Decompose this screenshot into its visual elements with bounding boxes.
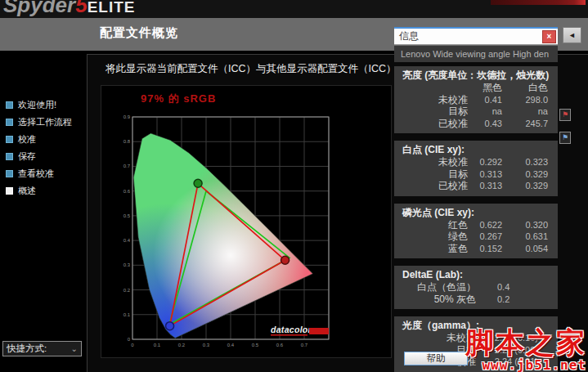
sidebar-item[interactable]: 查看校准 [0, 165, 85, 182]
info-row: 50% 灰色0.2 [394, 294, 558, 306]
info-section-title: 光度（gamma）: [394, 320, 558, 332]
shortcut-dropdown[interactable]: 快捷方式: ⌄ [2, 341, 82, 356]
info-column-header: 白色 [505, 82, 551, 94]
info-row: 未校准2.25 (0.10) [394, 332, 558, 344]
info-row-value: 0.329 [505, 168, 551, 181]
svg-text:0.3: 0.3 [203, 343, 210, 347]
info-column-headers: 黑色白色 [394, 82, 558, 94]
info-row-label: 白点（色温） [394, 281, 476, 294]
info-section-title: 亮度 (亮度单位：坎德拉，烛光数) [394, 69, 558, 82]
info-row-value: 2.24 (0.01) [476, 356, 551, 368]
chart-container: 00.10.20.30.40.50.60.70.80.900.10.20.30.… [101, 85, 392, 358]
info-section-title: 磷光点 (CIE xy): [394, 207, 558, 219]
sidebar-item[interactable]: 选择工作流程 [0, 114, 85, 131]
step-square-icon [6, 119, 13, 126]
sidebar-item[interactable]: 欢迎使用! [0, 96, 85, 114]
info-row: 蓝色0.1520.054 [394, 243, 558, 255]
device-name: Lenovo Wide viewing angle High den [401, 49, 549, 59]
arrow-left-icon: ◄ [568, 31, 576, 39]
info-row-label: 已校准 [394, 118, 468, 130]
info-panel-title: 信息 [399, 29, 542, 43]
info-row-label: 红色 [394, 219, 468, 231]
svg-text:0.2: 0.2 [178, 343, 186, 347]
info-row-value: 0.41 [468, 94, 505, 106]
step-square-icon [6, 101, 13, 109]
help-button[interactable]: 帮助 [404, 352, 468, 365]
profile-compare-description: 将此显示器当前配置文件（ICC）与其他显示器配置文件（ICC） [105, 62, 397, 76]
step-square-icon [6, 153, 13, 160]
sidebar-item[interactable]: 概述 [0, 182, 85, 199]
info-row-label: 绿色 [394, 231, 468, 243]
sidebar-item-label: 保存 [18, 150, 36, 163]
info-section: 白点 (CIE xy):未校准0.2920.323目标0.3130.329已校准… [394, 141, 558, 196]
svg-text:0: 0 [131, 343, 134, 347]
primary-marker [281, 256, 290, 264]
svg-text:0.6: 0.6 [123, 189, 131, 194]
red-flag-icon[interactable]: ⚑ [559, 109, 571, 121]
info-row-label: 已校准 [394, 180, 468, 192]
blue-flag-icon[interactable]: ⚑ [559, 132, 571, 144]
info-row: 红色0.6220.320 [394, 219, 558, 231]
shortcut-label: 快捷方式: [7, 343, 71, 355]
svg-text:0.2: 0.2 [123, 288, 131, 293]
info-row: 未校准0.41298.0 [394, 94, 558, 106]
logo-elite-text: ELITE [88, 0, 136, 16]
sidebar-item-label: 欢迎使用! [18, 99, 56, 111]
info-row-label: 未校准 [394, 94, 468, 106]
collapse-panel-button[interactable]: ◄ [563, 27, 581, 43]
svg-text:0.1: 0.1 [154, 343, 161, 347]
info-row-value: 0.267 [468, 231, 505, 243]
step-square-icon [6, 187, 13, 195]
info-row-value: 0.4 [476, 281, 551, 294]
info-row-value: na [468, 105, 505, 118]
svg-text:0.6: 0.6 [276, 343, 284, 347]
gamut-percentage-label: 97% 的 sRGB [141, 92, 216, 106]
primary-marker [166, 322, 174, 330]
svg-text:0.5: 0.5 [123, 213, 131, 218]
info-sections: 亮度 (亮度单位：坎德拉，烛光数)黑色白色未校准0.41298.0目标nana已… [394, 66, 558, 372]
info-row-value: 0.43 [468, 118, 505, 130]
info-row-label: 蓝色 [394, 243, 468, 255]
step-square-icon [6, 136, 13, 143]
info-row-value: 298.0 [505, 94, 551, 106]
svg-text:datacolor: datacolor [271, 325, 312, 334]
sidebar-item-label: 查看校准 [18, 168, 54, 180]
info-row: 白点（色温）0.4 [394, 281, 558, 294]
info-section: DeltaE (Lab):白点（色温）0.450% 灰色0.2 [394, 266, 558, 309]
sidebar-item[interactable]: 保存 [0, 148, 85, 165]
svg-text:0.9: 0.9 [123, 114, 131, 119]
svg-text:0.4: 0.4 [227, 343, 235, 347]
info-section: 磷光点 (CIE xy):红色0.6220.320绿色0.2670.631蓝色0… [394, 204, 558, 259]
info-row-value: 0.622 [468, 219, 505, 231]
info-row-label: 未校准 [394, 332, 476, 344]
info-row: 已校准0.43245.7 [394, 118, 558, 130]
info-row-label: 50% 灰色 [394, 294, 476, 306]
info-row-value: 0.313 [468, 168, 505, 181]
svg-text:0.5: 0.5 [252, 343, 259, 347]
close-icon[interactable]: × [542, 30, 556, 43]
red-banner-decoration [491, 0, 586, 5]
info-row-value: 0.054 [505, 243, 551, 255]
info-column-header: 黑色 [468, 82, 505, 94]
logo-spyder-text: Spyder [3, 0, 75, 17]
info-row-value: 2.20 (0.00) [476, 344, 551, 356]
info-row-value: na [505, 105, 551, 118]
info-row-value: 0.2 [476, 294, 551, 306]
info-row-value: 0.631 [505, 231, 551, 243]
info-row-value: 245.7 [505, 118, 551, 130]
svg-text:0.8: 0.8 [123, 139, 131, 144]
svg-text:0.7: 0.7 [123, 164, 131, 168]
info-row-label: 目标 [394, 105, 468, 118]
info-row-value: 0.320 [505, 219, 551, 231]
chevron-down-icon: ⌄ [71, 345, 78, 353]
info-row: 目标nana [394, 105, 558, 118]
info-section-title: 白点 (CIE xy): [394, 144, 558, 156]
info-panel-titlebar[interactable]: 信息 × [394, 27, 558, 45]
info-row: 目标0.3130.329 [394, 168, 558, 181]
sidebar-item-label: 选择工作流程 [18, 116, 72, 128]
sidebar-item-label: 校准 [18, 133, 36, 146]
primary-marker [194, 179, 202, 187]
sidebar-item[interactable]: 校准 [0, 131, 85, 148]
step-square-icon [6, 170, 13, 177]
info-row: 已校准0.3130.329 [394, 180, 558, 192]
